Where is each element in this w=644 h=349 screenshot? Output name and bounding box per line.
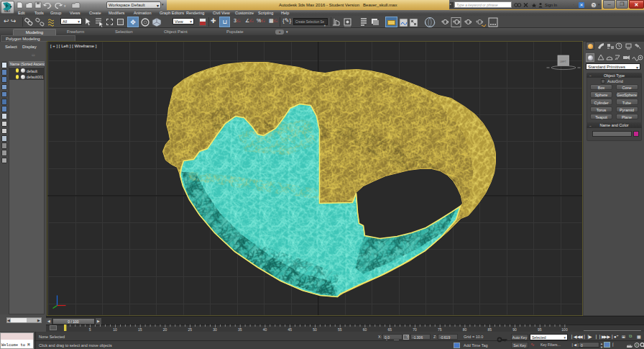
svg-text:15: 15 <box>138 327 142 332</box>
svg-text:65: 65 <box>387 327 392 332</box>
svg-text:10: 10 <box>113 327 117 332</box>
svg-text:90: 90 <box>512 327 517 332</box>
svg-text:95: 95 <box>538 327 542 332</box>
svg-text:55: 55 <box>338 327 342 332</box>
svg-text:50: 50 <box>313 327 317 332</box>
svg-text:MAX: MAX <box>4 9 11 13</box>
svg-text:▾: ▾ <box>50 4 52 8</box>
svg-text:60: 60 <box>363 327 367 332</box>
svg-text:75: 75 <box>438 327 442 332</box>
svg-text:70: 70 <box>413 327 417 332</box>
svg-text:35: 35 <box>238 327 242 332</box>
svg-text:5: 5 <box>89 327 91 332</box>
svg-text:▾: ▾ <box>64 4 66 8</box>
svg-text:25: 25 <box>188 327 192 332</box>
svg-text:85: 85 <box>487 327 492 332</box>
svg-text:20: 20 <box>163 327 167 332</box>
svg-text:100: 100 <box>561 327 568 332</box>
svg-text:40: 40 <box>263 327 267 332</box>
svg-text:LEFT: LEFT <box>560 60 567 63</box>
svg-text:80: 80 <box>463 327 467 332</box>
svg-text:30: 30 <box>213 327 217 332</box>
svg-text:45: 45 <box>288 327 292 332</box>
